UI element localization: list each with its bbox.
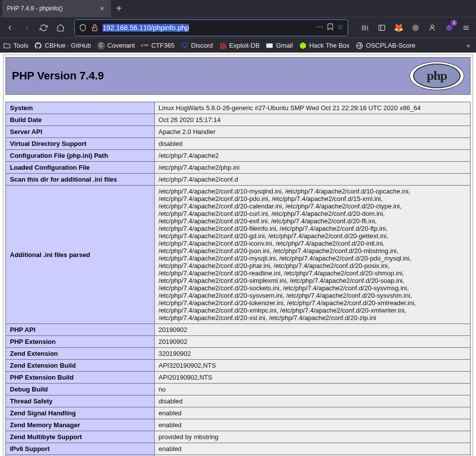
back-button[interactable] bbox=[3, 21, 17, 35]
account-icon bbox=[428, 24, 436, 32]
table-row: Additional .ini files parsed/etc/php/7.4… bbox=[6, 186, 471, 324]
bookmark-item[interactable]: CTFCTF365 bbox=[141, 42, 175, 50]
row-key: Virtual Directory Support bbox=[6, 138, 155, 150]
php-version-title: PHP Version 7.4.9 bbox=[12, 69, 104, 82]
svg-point-4 bbox=[413, 25, 418, 30]
menu-button[interactable] bbox=[459, 21, 473, 35]
row-key: Debug Build bbox=[6, 384, 155, 395]
table-row: Zend Extension320190902 bbox=[6, 348, 471, 360]
home-button[interactable] bbox=[54, 21, 67, 35]
row-value: 320190902 bbox=[154, 348, 470, 360]
notif-badge: 3 bbox=[451, 20, 457, 26]
bookmark-item[interactable]: 🐞Exploit-DB bbox=[219, 42, 259, 50]
reader-icon[interactable] bbox=[326, 23, 334, 32]
table-row: Thread Safetydisabled bbox=[6, 395, 471, 407]
table-row: PHP API20190902 bbox=[6, 324, 471, 336]
row-key: Loaded Configuration File bbox=[6, 162, 155, 174]
bookmark-label: CBHue · GitHub bbox=[45, 42, 91, 49]
ext-purple-button[interactable]: 3 bbox=[442, 21, 456, 35]
browser-chrome: PHP 7.4.9 - phpinfo() × + 192.168.56.110… bbox=[0, 0, 476, 53]
reload-button[interactable] bbox=[37, 21, 51, 35]
row-key: PHP Extension Build bbox=[6, 372, 155, 384]
row-value: disabled bbox=[154, 395, 470, 407]
row-key: Zend Extension Build bbox=[6, 360, 155, 372]
row-key: Zend Extension bbox=[6, 348, 155, 360]
row-key: System bbox=[6, 102, 155, 114]
row-key: IPv6 Support bbox=[6, 443, 155, 455]
bookmark-bar: ToolsCBHue · GitHubCCovenantCTFCTF365🗨Di… bbox=[0, 38, 476, 53]
bookmark-label: CTF365 bbox=[151, 42, 175, 49]
os-icon bbox=[356, 42, 363, 50]
address-bar[interactable]: 192.168.56.110/phpinfo.php ⋯ ☆ bbox=[74, 19, 348, 36]
row-value: /etc/php/7.4/apache2/php.ini bbox=[154, 162, 470, 174]
row-value: API20190902,NTS bbox=[154, 372, 470, 384]
row-key: Configuration File (php.ini) Path bbox=[6, 150, 155, 162]
row-key: Zend Memory Manager bbox=[6, 419, 155, 431]
row-value: /etc/php/7.4/apache2/conf.d/10-mysqlnd.i… bbox=[154, 186, 470, 324]
table-row: Zend Extension BuildAPI320190902,NTS bbox=[6, 360, 471, 372]
row-value: /etc/php/7.4/apache2 bbox=[154, 150, 470, 162]
row-value: Oct 26 2020 15:17:14 bbox=[154, 114, 470, 126]
forward-button[interactable] bbox=[20, 21, 34, 35]
row-key: Additional .ini files parsed bbox=[6, 186, 155, 324]
bookmark-item[interactable]: ✉️Gmail bbox=[266, 42, 293, 50]
bookmark-item[interactable]: CBHue · GitHub bbox=[34, 42, 91, 50]
ctf-icon: CTF bbox=[141, 42, 149, 50]
row-value: provided by mbstring bbox=[154, 431, 470, 443]
row-value: 20190902 bbox=[154, 336, 470, 348]
bookmark-item[interactable]: CCovenant bbox=[97, 42, 135, 50]
tab-active[interactable]: PHP 7.4.9 - phpinfo() × bbox=[2, 0, 111, 17]
row-value: enabled bbox=[154, 443, 470, 455]
table-row: IPv6 Supportenabled bbox=[6, 443, 471, 455]
table-row: Zend Signal Handlingenabled bbox=[6, 407, 471, 419]
bookmark-item[interactable]: OSCPLAB-Score bbox=[356, 42, 416, 50]
c-icon: C bbox=[97, 42, 105, 50]
page-actions-icon[interactable]: ⋯ bbox=[316, 23, 323, 32]
ex-icon: 🐞 bbox=[219, 42, 227, 50]
bookmark-label: Covenant bbox=[108, 42, 135, 49]
tab-title: PHP 7.4.9 - phpinfo() bbox=[7, 5, 63, 12]
bookmark-item[interactable]: Hack The Box bbox=[299, 42, 350, 50]
phpinfo-table: SystemLinux HogWarts 5.8.0-26-generic #2… bbox=[5, 102, 471, 456]
row-key: Build Date bbox=[6, 114, 155, 126]
table-row: PHP Extension BuildAPI20190902,NTS bbox=[6, 372, 471, 384]
table-row: Virtual Directory Supportdisabled bbox=[6, 138, 471, 150]
library-button[interactable] bbox=[358, 21, 372, 35]
table-row: Scan this dir for additional .ini files/… bbox=[6, 174, 471, 186]
row-value: enabled bbox=[154, 407, 470, 419]
htb-icon bbox=[299, 42, 307, 50]
table-row: Configuration File (php.ini) Path/etc/ph… bbox=[6, 150, 471, 162]
table-row: SystemLinux HogWarts 5.8.0-26-generic #2… bbox=[6, 102, 471, 114]
forward-icon bbox=[23, 24, 31, 32]
svg-rect-2 bbox=[379, 25, 385, 30]
row-key: PHP API bbox=[6, 324, 155, 336]
page-viewport[interactable]: PHP Version 7.4.9 php SystemLinux HogWar… bbox=[0, 53, 476, 456]
gm-icon: ✉️ bbox=[266, 42, 274, 50]
new-tab-button[interactable]: + bbox=[111, 3, 127, 14]
bookmark-label: Tools bbox=[13, 42, 28, 49]
svg-point-5 bbox=[415, 27, 416, 29]
svg-point-6 bbox=[431, 25, 433, 27]
php-logo[interactable]: php bbox=[410, 62, 464, 90]
url-text[interactable]: 192.168.56.110/phpinfo.php bbox=[103, 24, 312, 32]
ext-foxy-icon[interactable]: 🦊 bbox=[392, 21, 406, 35]
ext-radar-icon[interactable] bbox=[409, 21, 422, 35]
nav-bar: 192.168.56.110/phpinfo.php ⋯ ☆ 🦊 bbox=[0, 17, 476, 38]
bookmark-overflow-button[interactable]: » bbox=[464, 42, 473, 49]
bookmark-item[interactable]: Tools bbox=[3, 42, 28, 50]
library-icon bbox=[361, 24, 369, 32]
home-icon bbox=[57, 24, 64, 32]
bookmark-label: Exploit-DB bbox=[229, 42, 259, 49]
row-key: Server API bbox=[6, 126, 155, 138]
hamburger-icon bbox=[462, 24, 470, 32]
close-icon[interactable]: × bbox=[98, 4, 106, 12]
bookmark-item[interactable]: 🗨Discord bbox=[180, 42, 213, 50]
row-key: Thread Safety bbox=[6, 395, 155, 407]
star-icon[interactable]: ☆ bbox=[337, 23, 344, 32]
sidebar-button[interactable] bbox=[375, 21, 389, 35]
table-row: Zend Multibyte Supportprovided by mbstri… bbox=[6, 431, 471, 443]
insecure-lock-icon[interactable] bbox=[91, 24, 99, 32]
row-value: no bbox=[154, 384, 470, 395]
shield-icon[interactable] bbox=[79, 24, 87, 32]
account-button[interactable] bbox=[425, 21, 439, 35]
